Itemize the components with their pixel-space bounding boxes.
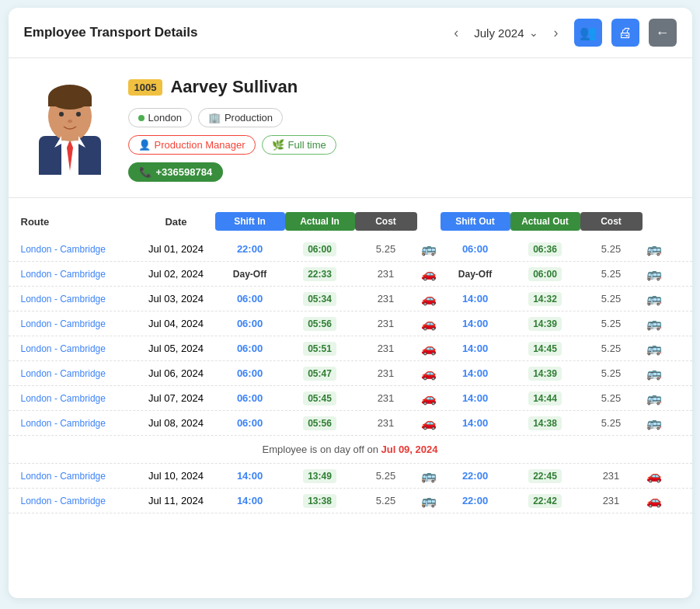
table-row: London - Cambridge Jul 01, 2024 22:00 06… xyxy=(9,237,692,262)
date-cell: Jul 03, 2024 xyxy=(138,293,215,304)
shift-in-cell: Day-Off xyxy=(215,269,285,280)
shift-in-cell: 22:00 xyxy=(215,243,285,255)
route-link[interactable]: London - Cambridge xyxy=(21,368,106,379)
route-link[interactable]: London - Cambridge xyxy=(21,343,106,354)
actual-out-cell: 14:45 xyxy=(510,343,580,354)
actual-out-cell: 14:32 xyxy=(510,293,580,304)
cost-out-cell: 5.25 xyxy=(580,343,643,354)
dayoff-banner: Employee is on day off on Jul 09, 2024 xyxy=(9,436,692,464)
route-link[interactable]: London - Cambridge xyxy=(21,318,106,329)
bus-in-icon: 🚌 xyxy=(417,242,441,256)
date-cell: Jul 02, 2024 xyxy=(138,268,215,280)
route-link[interactable]: London - Cambridge xyxy=(21,269,106,280)
bus-in-icon: 🚗 xyxy=(417,366,441,381)
actual-out-cell: 14:39 xyxy=(510,318,580,329)
cost-in-cell: 231 xyxy=(355,343,417,354)
chevron-down-icon: ⌄ xyxy=(529,26,538,39)
bus-out-icon: 🚌 xyxy=(643,242,666,256)
next-button[interactable]: › xyxy=(548,22,565,44)
employee-section: 1005 Aarvey Sullivan London 🏢 Production… xyxy=(9,58,692,198)
cost-out-cell: 5.25 xyxy=(580,392,643,404)
cost-in-cell: 231 xyxy=(355,417,417,429)
shift-in-cell: 06:00 xyxy=(215,367,285,379)
month-selector[interactable]: July 2024 ⌄ xyxy=(474,26,538,40)
phone-icon: 📞 xyxy=(139,166,151,178)
col-actual-out: Actual Out xyxy=(510,212,580,231)
date-cell: Jul 04, 2024 xyxy=(138,318,215,329)
role-tag: 👤 Production Manager xyxy=(128,135,256,155)
main-card: Employee Transport Details ‹ July 2024 ⌄… xyxy=(9,8,692,598)
shift-out-cell: Day-Off xyxy=(441,269,510,280)
bus-out-icon: 🚗 xyxy=(643,493,666,508)
shift-in-cell: 06:00 xyxy=(215,293,285,304)
location-label: London xyxy=(148,112,182,124)
actual-out-cell: 14:39 xyxy=(510,367,580,379)
table-row: London - Cambridge Jul 11, 2024 14:00 13… xyxy=(9,489,692,513)
employee-info: 1005 Aarvey Sullivan London 🏢 Production… xyxy=(128,74,674,182)
date-cell: Jul 11, 2024 xyxy=(138,495,215,506)
actual-out-cell: 06:36 xyxy=(510,243,580,255)
bus-in-icon: 🚌 xyxy=(417,493,441,508)
cost-out-cell: 231 xyxy=(580,470,643,482)
tags-row: London 🏢 Production xyxy=(128,108,674,127)
phone-number: +336598784 xyxy=(156,166,213,178)
svg-point-9 xyxy=(68,120,72,123)
type-label: Full time xyxy=(288,139,326,151)
shift-out-cell: 14:00 xyxy=(441,293,510,304)
cost-in-cell: 231 xyxy=(355,268,417,280)
shift-in-cell: 06:00 xyxy=(215,417,285,429)
shift-out-cell: 14:00 xyxy=(441,417,510,429)
table-row: London - Cambridge Jul 07, 2024 06:00 05… xyxy=(9,386,692,411)
building-icon: 🏢 xyxy=(208,112,221,124)
route-link[interactable]: London - Cambridge xyxy=(21,393,106,404)
svg-point-7 xyxy=(59,112,64,117)
actual-out-cell: 22:45 xyxy=(510,470,580,482)
back-button[interactable]: ← xyxy=(649,19,677,47)
col-route: Route xyxy=(21,216,138,228)
cost-in-cell: 5.25 xyxy=(355,495,417,506)
prev-button[interactable]: ‹ xyxy=(448,22,465,44)
bus-in-icon: 🚗 xyxy=(417,341,441,356)
route-link[interactable]: London - Cambridge xyxy=(21,418,106,429)
actual-in-cell: 05:45 xyxy=(285,392,355,404)
employee-id-badge: 1005 xyxy=(128,79,163,96)
bus-in-icon: 🚗 xyxy=(417,316,441,331)
route-link[interactable]: London - Cambridge xyxy=(21,294,106,304)
bus-out-icon: 🚌 xyxy=(643,266,666,281)
actual-in-cell: 05:47 xyxy=(285,367,355,379)
bus-out-icon: 🚌 xyxy=(643,341,666,356)
department-tag: 🏢 Production xyxy=(198,108,283,127)
route-link[interactable]: London - Cambridge xyxy=(21,471,106,482)
cost-out-cell: 5.25 xyxy=(580,243,643,255)
role-label: Production Manager xyxy=(155,139,246,151)
shift-out-cell: 14:00 xyxy=(441,392,510,404)
leaf-icon: 🌿 xyxy=(272,139,284,151)
dayoff-date: Jul 09, 2024 xyxy=(381,444,437,455)
print-icon: 🖨 xyxy=(618,25,632,41)
actual-in-cell: 06:00 xyxy=(285,243,355,255)
cost-out-cell: 5.25 xyxy=(580,293,643,304)
bus-in-icon: 🚗 xyxy=(417,391,441,405)
col-shift-out: Shift Out xyxy=(441,212,510,231)
actual-in-cell: 22:33 xyxy=(285,268,355,280)
shift-out-cell: 06:00 xyxy=(441,243,510,255)
col-cost-in: Cost xyxy=(355,212,417,231)
shift-out-cell: 22:00 xyxy=(441,495,510,506)
cost-in-cell: 231 xyxy=(355,293,417,304)
print-button[interactable]: 🖨 xyxy=(611,19,639,47)
svg-rect-6 xyxy=(48,97,92,106)
group-button[interactable]: 👥 xyxy=(574,19,602,47)
col-shift-in: Shift In xyxy=(215,212,285,231)
route-link[interactable]: London - Cambridge xyxy=(21,496,106,506)
table-row: London - Cambridge Jul 05, 2024 06:00 05… xyxy=(9,336,692,361)
cost-in-cell: 231 xyxy=(355,367,417,379)
cost-out-cell: 5.25 xyxy=(580,268,643,280)
cost-in-cell: 5.25 xyxy=(355,243,417,255)
employee-name-row: 1005 Aarvey Sullivan xyxy=(128,77,674,97)
shift-in-cell: 06:00 xyxy=(215,343,285,354)
shift-in-cell: 14:00 xyxy=(215,495,285,506)
shift-out-cell: 14:00 xyxy=(441,318,510,329)
month-label: July 2024 xyxy=(474,26,524,40)
date-cell: Jul 06, 2024 xyxy=(138,367,215,379)
route-link[interactable]: London - Cambridge xyxy=(21,244,106,255)
